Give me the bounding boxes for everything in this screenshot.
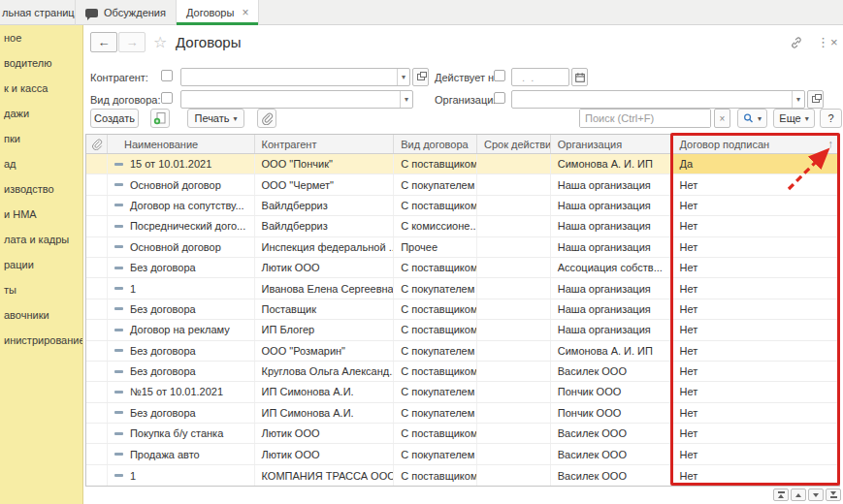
table-row[interactable]: 1Иванова Елена СергеевнаС покупателемНаш…	[86, 278, 839, 299]
valid-on-date-field[interactable]	[511, 68, 569, 86]
sidebar-item[interactable]: ты	[0, 277, 82, 302]
organization-open-button[interactable]	[807, 90, 824, 109]
column-header-label: Срок действия	[484, 139, 551, 150]
cell-contractor: Поставщик	[255, 299, 395, 319]
search-input[interactable]	[580, 110, 710, 127]
forward-button[interactable]: →	[118, 32, 146, 52]
organization-combo[interactable]: ▾	[511, 90, 805, 109]
contractor-filter-input[interactable]	[181, 69, 397, 85]
contractor-open-button[interactable]	[412, 68, 429, 86]
chevron-down-icon[interactable]: ▾	[397, 69, 409, 85]
list-item-dash-icon	[114, 391, 123, 394]
column-header-attach[interactable]	[86, 135, 108, 153]
more-button[interactable]: Еще ▾	[773, 109, 815, 128]
sidebar-item[interactable]: ное	[0, 25, 82, 50]
sidebar-item[interactable]: лата и кадры	[0, 227, 82, 252]
table-row[interactable]: Без договораКруглова Ольга Александ...С …	[86, 362, 839, 382]
sidebar-item[interactable]: к и касса	[0, 76, 82, 101]
attachments-button[interactable]	[257, 109, 276, 128]
column-header-signed[interactable]: Договор подписан↑	[672, 135, 839, 153]
help-button[interactable]: ?	[820, 109, 842, 128]
search-options-button[interactable]: ▾	[737, 109, 767, 128]
tab-contracts[interactable]: Договоры ×	[177, 0, 259, 25]
contractor-filter-label: Контрагент:	[90, 72, 148, 83]
sidebar-item[interactable]: ад	[0, 151, 82, 176]
tab-close-icon[interactable]: ×	[242, 6, 248, 19]
get-link-icon[interactable]	[790, 36, 803, 53]
cell-name: Договор на сопутству...	[108, 196, 255, 215]
contract-type-combo[interactable]: ▾	[180, 90, 413, 109]
table-row[interactable]: Без договораПоставщикС поставщикомНаша о…	[86, 299, 839, 320]
column-header-name[interactable]: Наименование	[108, 135, 255, 153]
table-row[interactable]: 1КОМПАНИЯ ТРАССА ОООС поставщикомВасилек…	[86, 465, 839, 486]
favorite-star-icon[interactable]: ☆	[153, 33, 167, 51]
tab-discussions[interactable]: Обсуждения	[76, 0, 177, 25]
column-header-label: Наименование	[124, 139, 198, 150]
create-button-label: Создать	[94, 112, 135, 124]
tab-start-page-label: льная страница	[2, 7, 76, 18]
column-header-term[interactable]: Срок действия	[477, 135, 551, 153]
table-row[interactable]: Посреднический дого...ВайлдберризС комис…	[86, 216, 839, 236]
search-field[interactable]	[579, 109, 711, 128]
sidebar-item[interactable]: дажи	[0, 101, 82, 126]
table-row[interactable]: 15 от 10.01.2021ООО "Пончик"С поставщико…	[86, 154, 839, 174]
new-document-icon	[153, 111, 167, 125]
table-row[interactable]: Без договораЛютик ОООС поставщикомАссоци…	[86, 258, 839, 278]
chevron-down-icon[interactable]: ▾	[400, 91, 412, 108]
sidebar-item[interactable]: инистрирование	[0, 328, 82, 353]
sidebar-item[interactable]: и НМА	[0, 202, 82, 227]
help-button-label: ?	[827, 112, 833, 124]
chevron-down-icon[interactable]: ▾	[792, 91, 804, 108]
cell-name: Без договора	[108, 299, 255, 319]
organization-checkbox[interactable]	[494, 92, 505, 104]
contractor-filter-combo[interactable]: ▾	[180, 68, 410, 86]
cell-attach	[86, 403, 108, 423]
sidebar-item[interactable]: пки	[0, 126, 82, 151]
create-button[interactable]: Создать	[90, 109, 139, 128]
table-row[interactable]: Без договораООО "Розмарин"С покупателемС…	[86, 341, 839, 362]
create-group-button[interactable]	[150, 109, 170, 128]
valid-on-date-input[interactable]	[512, 69, 568, 85]
column-header-contractor[interactable]: Контрагент	[255, 135, 395, 153]
table-row[interactable]: №15 от 10.01.2021ИП Симонова А.И.С покуп…	[86, 382, 839, 402]
back-button[interactable]: ←	[90, 32, 117, 52]
table-row[interactable]: Договор на рекламуИП БлогерС поставщиком…	[86, 320, 839, 340]
tab-start-page[interactable]: льная страница	[0, 0, 76, 25]
row-up-button[interactable]	[791, 488, 806, 501]
table-row[interactable]: Без договораИП Симонова А.И.С покупателе…	[86, 403, 839, 424]
tab-discussions-label: Обсуждения	[104, 7, 166, 18]
list-item-dash-icon	[114, 225, 123, 228]
print-button[interactable]: Печать ▾	[187, 109, 244, 128]
sidebar-item[interactable]: авочники	[0, 302, 82, 328]
cell-org: Наша организация	[551, 320, 673, 339]
sidebar-item[interactable]: водителю	[0, 50, 82, 76]
close-form-icon[interactable]: ×	[830, 36, 838, 48]
valid-on-checkbox[interactable]	[494, 70, 505, 81]
cell-signed: Нет	[672, 403, 839, 423]
organization-input[interactable]	[512, 91, 792, 108]
calendar-button[interactable]	[571, 68, 588, 86]
contract-type-checkbox[interactable]	[161, 92, 173, 104]
go-to-end-button[interactable]	[826, 488, 841, 501]
row-down-button[interactable]	[808, 488, 824, 501]
cell-type: С поставщиком	[394, 424, 477, 443]
table-row[interactable]: Договор на сопутству...ВайлдберризС пост…	[86, 196, 839, 216]
go-to-top-button[interactable]	[773, 488, 789, 501]
table-row[interactable]: Основной договорООО "Чермет"С покупателе…	[86, 174, 839, 195]
clear-search-button[interactable]: ×	[714, 109, 730, 128]
cell-contractor: ООО "Пончик"	[255, 154, 395, 173]
menu-dots-icon[interactable]: ⋮	[817, 36, 829, 48]
contractor-filter-checkbox[interactable]	[161, 70, 173, 81]
sidebar-item[interactable]: изводство	[0, 176, 82, 202]
contract-type-input[interactable]	[181, 91, 400, 108]
cell-attach	[86, 278, 108, 298]
table-row[interactable]: Покупка б/у станкаЛютик ОООС поставщиком…	[86, 424, 839, 444]
cell-term	[477, 174, 551, 194]
column-header-org[interactable]: Организация	[551, 135, 673, 153]
table-row[interactable]: Продажа автоЛютик ОООС покупателемВасиле…	[86, 444, 839, 464]
sidebar-item[interactable]: рации	[0, 252, 82, 277]
cell-type: С покупателем	[394, 382, 477, 401]
cell-attach	[86, 424, 108, 443]
table-row[interactable]: Основной договорИнспекция федеральной ..…	[86, 237, 839, 258]
column-header-type[interactable]: Вид договора	[394, 135, 477, 153]
